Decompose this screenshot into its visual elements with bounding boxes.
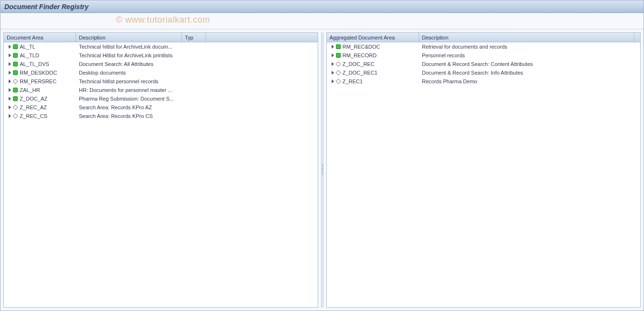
aggregated-area-panel: Aggregated Document Area Description RM_… xyxy=(326,32,641,308)
tree-row-area-label: RM_DESKDOC xyxy=(20,68,57,77)
expand-arrow-icon[interactable] xyxy=(9,88,11,92)
tree-row-area-label: Z_DOC_REC xyxy=(343,60,375,68)
tree-row[interactable]: AL_TLDTechnical Hitlist for ArchiveLink … xyxy=(4,51,318,60)
expand-arrow-icon[interactable] xyxy=(9,45,11,49)
panel-splitter[interactable] xyxy=(321,32,323,308)
expand-arrow-icon[interactable] xyxy=(332,79,334,83)
status-green-icon xyxy=(336,44,341,49)
tree-row-area-label: Z_DOC_AZ xyxy=(20,94,47,103)
tree-row-typ xyxy=(182,68,206,77)
col-aggregated-document-area[interactable]: Aggregated Document Area xyxy=(327,33,419,42)
tree-row-area: Z_REC_AZ xyxy=(4,103,76,112)
expand-arrow-icon[interactable] xyxy=(9,97,11,101)
tree-row[interactable]: RM_REC&DOCRetrieval for documents and re… xyxy=(327,42,641,51)
status-green-icon xyxy=(13,53,18,58)
content-area: Document Area Description Typ AL_TLTechn… xyxy=(0,29,644,311)
expand-arrow-icon[interactable] xyxy=(9,62,11,66)
expand-arrow-icon[interactable] xyxy=(332,62,334,66)
status-green-icon xyxy=(13,62,18,66)
left-tree-body[interactable]: AL_TLTechnical hitlist for ArchiveLink d… xyxy=(4,42,318,307)
tree-row-description: Document & Record Search: Content Attrib… xyxy=(419,60,641,68)
toolbar-area: © www.tutorialkart.com xyxy=(0,13,644,29)
tree-row-area-label: AL_TLD xyxy=(20,51,39,60)
page-title: Document Finder Registry xyxy=(4,3,89,11)
app-window: Document Finder Registry © www.tutorialk… xyxy=(0,0,644,311)
status-diamond-icon xyxy=(335,61,341,66)
tree-row[interactable]: RM_RECORDPersonnel records xyxy=(327,51,641,60)
tree-row[interactable]: Z_REC1Records Pharma Demo xyxy=(327,77,641,86)
expand-arrow-icon[interactable] xyxy=(332,45,334,49)
expand-arrow-icon[interactable] xyxy=(9,105,11,109)
expand-arrow-icon[interactable] xyxy=(9,114,11,118)
tree-row-area: Z_REC_CS xyxy=(4,112,76,120)
tree-row-area-label: Z_REC_CS xyxy=(20,112,47,120)
tree-row-area: AL_TL_DVS xyxy=(4,60,76,68)
tree-row[interactable]: RM_PERSRECTechnical hitlist personnel re… xyxy=(4,77,318,86)
right-column-headers: Aggregated Document Area Description xyxy=(327,33,641,42)
expand-arrow-icon[interactable] xyxy=(9,71,11,75)
tree-row-description: Technical Hitlist for ArchiveLink printl… xyxy=(76,51,182,60)
status-diamond-icon xyxy=(335,78,341,84)
status-green-icon xyxy=(13,96,18,101)
status-green-icon xyxy=(13,44,18,49)
tree-row[interactable]: RM_DESKDOCDesktop documents xyxy=(4,68,318,77)
tree-row-typ xyxy=(182,77,206,86)
tree-row-area-label: RM_RECORD xyxy=(343,51,377,60)
tree-row-description: Pharma Reg Submission: Document S... xyxy=(76,94,182,103)
tree-row-typ xyxy=(182,94,206,103)
tree-row-description: Document & Record Search: Info Attribute… xyxy=(419,68,641,77)
tree-row-description: Records Pharma Demo xyxy=(419,77,641,86)
tree-row[interactable]: Z_DOC_REC1Document & Record Search: Info… xyxy=(327,68,641,77)
tree-row-description: Technical hitlist personnel records xyxy=(76,77,182,86)
tree-row-typ xyxy=(182,112,206,120)
tree-row[interactable]: ZAL_HRHR: Documents for personnel master… xyxy=(4,86,318,94)
tree-row-area: RM_RECORD xyxy=(327,51,419,60)
status-diamond-icon xyxy=(13,113,18,118)
expand-arrow-icon[interactable] xyxy=(332,71,334,75)
tree-row-typ xyxy=(182,60,206,68)
tree-row-area: RM_PERSREC xyxy=(4,77,76,86)
tree-row-area: AL_TL xyxy=(4,42,76,51)
tree-row-area: Z_DOC_REC1 xyxy=(327,68,419,77)
expand-arrow-icon[interactable] xyxy=(9,79,11,83)
tree-row[interactable]: Z_DOC_RECDocument & Record Search: Conte… xyxy=(327,60,641,68)
tree-row[interactable]: Z_REC_AZSearch Area: Records KPro AZ xyxy=(4,103,318,112)
tree-row-area-label: Z_REC1 xyxy=(343,77,363,86)
status-green-icon xyxy=(336,53,341,58)
tree-row-area: AL_TLD xyxy=(4,51,76,60)
col-spacer xyxy=(634,33,640,42)
tree-row-description: Personnel records xyxy=(419,51,641,60)
title-bar: Document Finder Registry xyxy=(0,0,644,13)
tree-row-area-label: RM_REC&DOC xyxy=(343,42,380,51)
col-typ[interactable]: Typ xyxy=(182,33,206,42)
tree-row[interactable]: Z_REC_CSSearch Area: Records KPro CS xyxy=(4,112,318,120)
watermark-text: © www.tutorialkart.com xyxy=(116,15,210,25)
tree-row-area: RM_REC&DOC xyxy=(327,42,419,51)
tree-row-description: Technical hitlist for ArchiveLink docum.… xyxy=(76,42,182,51)
right-tree-body[interactable]: RM_REC&DOCRetrieval for documents and re… xyxy=(327,42,641,307)
col-description[interactable]: Description xyxy=(76,33,182,42)
tree-row[interactable]: AL_TL_DVSDocument Search: All Attributes xyxy=(4,60,318,68)
tree-row-area-label: Z_DOC_REC1 xyxy=(343,68,378,77)
status-green-icon xyxy=(13,70,18,75)
tree-row-area-label: Z_REC_AZ xyxy=(20,103,47,112)
tree-row-area: Z_DOC_AZ xyxy=(4,94,76,103)
tree-row-typ xyxy=(182,51,206,60)
col-description[interactable]: Description xyxy=(419,33,635,42)
left-column-headers: Document Area Description Typ xyxy=(4,33,318,42)
expand-arrow-icon[interactable] xyxy=(332,53,334,57)
status-green-icon xyxy=(13,88,18,92)
expand-arrow-icon[interactable] xyxy=(9,53,11,57)
tree-row-area: Z_REC1 xyxy=(327,77,419,86)
tree-row-area-label: AL_TL xyxy=(20,42,35,51)
tree-row-typ xyxy=(182,86,206,94)
tree-row-area-label: RM_PERSREC xyxy=(20,77,56,86)
tree-row[interactable]: AL_TLTechnical hitlist for ArchiveLink d… xyxy=(4,42,318,51)
document-area-panel: Document Area Description Typ AL_TLTechn… xyxy=(3,32,318,308)
tree-row-description: Search Area: Records KPro AZ xyxy=(76,103,182,112)
tree-row-area-label: AL_TL_DVS xyxy=(20,60,49,68)
col-document-area[interactable]: Document Area xyxy=(4,33,76,42)
tree-row-area: RM_DESKDOC xyxy=(4,68,76,77)
tree-row[interactable]: Z_DOC_AZPharma Reg Submission: Document … xyxy=(4,94,318,103)
tree-row-description: Document Search: All Attributes xyxy=(76,60,182,68)
